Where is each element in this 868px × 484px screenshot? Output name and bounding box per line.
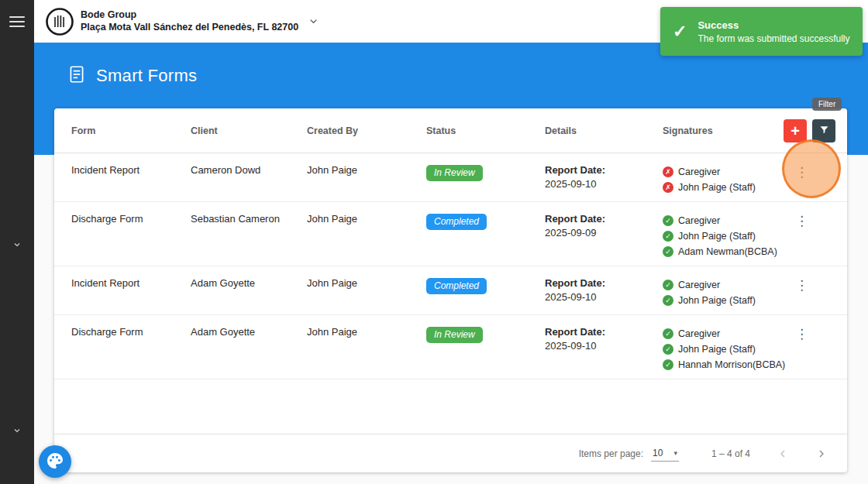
signature-signed-icon: ✓ — [663, 246, 673, 257]
status-badge: Completed — [426, 278, 487, 294]
status-badge: In Review — [426, 327, 483, 343]
signatures-cell: ✓Caregiver ✓John Paige (Staff) — [663, 275, 790, 308]
signature-missing-icon: ✗ — [663, 182, 673, 193]
select-caret-icon: ▾ — [673, 449, 677, 457]
items-per-page-label: Items per page: — [579, 448, 643, 459]
report-date-value: 2025-09-09 — [545, 227, 663, 239]
signature-name: Caregiver — [678, 164, 720, 180]
next-page-button[interactable] — [815, 448, 828, 460]
details-cell: Report Date: 2025-09-10 — [545, 162, 663, 190]
filter-button[interactable] — [812, 119, 835, 142]
signature-name: Caregiver — [678, 326, 720, 342]
report-date-label: Report Date: — [545, 277, 663, 289]
palette-icon — [46, 451, 64, 472]
report-date-label: Report Date: — [545, 164, 663, 176]
report-date-value: 2025-09-10 — [545, 340, 663, 352]
sidebar-chevron-down-icon[interactable] — [0, 240, 34, 249]
form-cell: Incident Report — [71, 162, 191, 176]
signature-name: John Paige (Staff) — [678, 293, 756, 308]
signature-missing-icon: ✗ — [663, 166, 673, 177]
toast-title: Success — [698, 19, 849, 31]
org-name: Bode Group — [81, 9, 298, 22]
smart-forms-table-card: Form Client Created By Status Details Si… — [54, 108, 847, 472]
smart-forms-icon — [67, 64, 87, 88]
org-info: Bode Group Plaça Mota Vall Sánchez del P… — [81, 9, 298, 33]
signature-signed-icon: ✓ — [663, 231, 673, 242]
sidebar-chevron-down-icon[interactable] — [0, 426, 34, 435]
row-menu-button[interactable]: ⋮ — [790, 279, 813, 292]
details-cell: Report Date: 2025-09-10 — [545, 324, 663, 352]
filter-tooltip: Filter — [812, 98, 842, 111]
menu-icon[interactable] — [9, 16, 25, 27]
table-row: Discharge Form Sebastian Cameron John Pa… — [54, 202, 847, 266]
previous-page-button[interactable] — [777, 448, 789, 460]
signature-signed-icon: ✓ — [663, 328, 673, 339]
column-header-client: Client — [191, 125, 307, 136]
org-logo-icon — [45, 7, 74, 36]
signature-name: John Paige (Staff) — [678, 228, 756, 244]
signature-name: Caregiver — [678, 277, 720, 293]
signature-signed-icon: ✓ — [663, 215, 673, 226]
row-menu-button[interactable]: ⋮ — [790, 328, 813, 341]
status-badge: In Review — [426, 165, 483, 181]
client-cell: Cameron Dowd — [191, 162, 307, 176]
row-menu-button[interactable]: ⋮ — [790, 166, 813, 179]
signature-signed-icon: ✓ — [663, 280, 673, 290]
signature-name: Hannah Morrison(BCBA) — [678, 357, 785, 372]
table-row: Incident Report Adam Goyette John Paige … — [54, 266, 847, 315]
signature-signed-icon: ✓ — [663, 295, 673, 306]
paginator: Items per page: 10 ▾ 1 – 4 of 4 — [54, 434, 847, 472]
filter-icon — [818, 124, 830, 138]
items-per-page-select[interactable]: 10 ▾ — [651, 446, 679, 462]
table-header-row: Form Client Created By Status Details Si… — [54, 108, 847, 153]
table-row: Discharge Form Adam Goyette John Paige I… — [54, 315, 847, 379]
form-cell: Discharge Form — [71, 211, 191, 225]
sidebar — [0, 0, 34, 484]
column-header-status: Status — [426, 125, 545, 136]
org-chevron-down-icon[interactable] — [308, 15, 319, 27]
client-cell: Sebastian Cameron — [191, 211, 307, 225]
form-cell: Incident Report — [71, 275, 191, 289]
details-cell: Report Date: 2025-09-09 — [545, 211, 663, 239]
column-header-signatures: Signatures — [663, 125, 790, 136]
client-cell: Adam Goyette — [191, 275, 307, 289]
form-cell: Discharge Form — [71, 324, 191, 338]
status-badge: Completed — [426, 214, 487, 230]
signature-name: Caregiver — [678, 213, 720, 228]
report-date-label: Report Date: — [545, 213, 663, 225]
created-by-cell: John Paige — [307, 275, 426, 289]
signatures-cell: ✓Caregiver ✓John Paige (Staff) ✓Hannah M… — [663, 324, 790, 372]
report-date-value: 2025-09-10 — [545, 178, 663, 190]
signature-signed-icon: ✓ — [663, 344, 673, 355]
details-cell: Report Date: 2025-09-10 — [545, 275, 663, 303]
page-title: Smart Forms — [96, 66, 197, 86]
column-header-form: Form — [71, 125, 191, 136]
column-header-created-by: Created By — [307, 125, 426, 136]
client-cell: Adam Goyette — [191, 324, 307, 338]
signature-name: Adam Newman(BCBA) — [678, 244, 777, 259]
report-date-label: Report Date: — [545, 326, 663, 338]
column-header-details: Details — [545, 125, 663, 136]
signature-name: John Paige (Staff) — [678, 180, 756, 195]
signature-name: John Paige (Staff) — [678, 342, 756, 357]
created-by-cell: John Paige — [307, 211, 426, 225]
toast-check-icon: ✓ — [673, 22, 687, 42]
org-address: Plaça Mota Vall Sánchez del Penedès, FL … — [81, 22, 298, 34]
created-by-cell: John Paige — [307, 324, 426, 338]
success-toast: ✓ Success The form was submitted success… — [660, 7, 863, 56]
signature-signed-icon: ✓ — [663, 359, 673, 370]
add-form-button[interactable]: + — [784, 119, 807, 142]
created-by-cell: John Paige — [307, 162, 426, 176]
signatures-cell: ✗Caregiver ✗John Paige (Staff) — [663, 162, 790, 195]
report-date-value: 2025-09-10 — [545, 291, 663, 303]
page-range-label: 1 – 4 of 4 — [711, 448, 750, 459]
signatures-cell: ✓Caregiver ✓John Paige (Staff) ✓Adam New… — [663, 211, 790, 259]
items-per-page-value: 10 — [653, 448, 663, 458]
theme-palette-button[interactable] — [39, 445, 71, 478]
table-row: Incident Report Cameron Dowd John Paige … — [54, 153, 847, 202]
row-menu-button[interactable]: ⋮ — [790, 215, 813, 228]
toast-message: The form was submitted successfully — [698, 33, 849, 44]
